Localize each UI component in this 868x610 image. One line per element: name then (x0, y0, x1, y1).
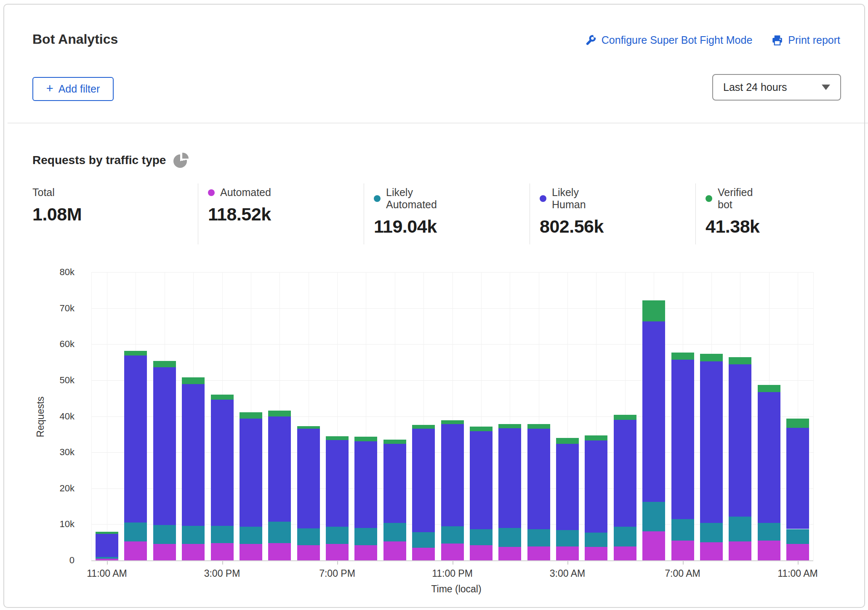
bar-segment-likely_human[interactable] (268, 416, 291, 522)
bar-segment-automated[interactable] (354, 545, 377, 560)
bar-segment-verified_bot[interactable] (383, 440, 406, 444)
bar-segment-verified_bot[interactable] (240, 412, 262, 419)
bar-segment-verified_bot[interactable] (124, 351, 147, 355)
bar-segment-likely_human[interactable] (758, 392, 780, 523)
bar-segment-likely_automated[interactable] (671, 519, 694, 541)
bar-segment-verified_bot[interactable] (297, 426, 320, 429)
bar-segment-likely_human[interactable] (297, 429, 320, 528)
bar-segment-likely_human[interactable] (441, 424, 464, 526)
bar-segment-automated[interactable] (758, 541, 780, 560)
bar-segment-likely_human[interactable] (585, 440, 607, 533)
bar-segment-verified_bot[interactable] (527, 424, 550, 428)
bar-segment-verified_bot[interactable] (585, 435, 607, 440)
bar-segment-likely_human[interactable] (96, 534, 118, 557)
bar-segment-likely_human[interactable] (556, 444, 579, 530)
bar-segment-automated[interactable] (671, 541, 694, 560)
bar-segment-verified_bot[interactable] (470, 427, 493, 431)
bar-segment-likely_automated[interactable] (153, 525, 176, 544)
bar-segment-likely_human[interactable] (786, 428, 809, 529)
bar-segment-likely_automated[interactable] (758, 523, 780, 541)
bar-segment-likely_human[interactable] (671, 360, 694, 519)
bar-segment-verified_bot[interactable] (671, 353, 694, 360)
bar-segment-verified_bot[interactable] (182, 377, 205, 384)
bar-segment-automated[interactable] (96, 559, 118, 560)
bar-segment-likely_automated[interactable] (729, 517, 751, 542)
bar-segment-likely_automated[interactable] (211, 526, 234, 543)
bar-segment-likely_automated[interactable] (470, 529, 493, 545)
bar-segment-automated[interactable] (585, 547, 607, 560)
bar-segment-automated[interactable] (153, 544, 176, 560)
bar-segment-automated[interactable] (556, 546, 579, 560)
bar-segment-verified_bot[interactable] (556, 438, 579, 444)
bar-segment-likely_automated[interactable] (614, 527, 636, 546)
bar-segment-verified_bot[interactable] (498, 424, 521, 428)
bar-segment-automated[interactable] (527, 546, 550, 560)
bar-segment-automated[interactable] (729, 541, 751, 560)
bar-segment-automated[interactable] (786, 544, 809, 560)
bar-segment-automated[interactable] (240, 544, 262, 560)
bar-segment-automated[interactable] (326, 544, 349, 560)
bar-segment-verified_bot[interactable] (211, 395, 234, 400)
bar-segment-verified_bot[interactable] (96, 532, 118, 534)
bar-segment-likely_human[interactable] (642, 321, 665, 502)
bar-segment-likely_human[interactable] (354, 441, 377, 528)
bar-segment-automated[interactable] (182, 544, 205, 560)
bar-segment-verified_bot[interactable] (729, 357, 751, 364)
bar-segment-likely_human[interactable] (614, 420, 636, 527)
bar-segment-likely_human[interactable] (412, 429, 435, 532)
bar-segment-automated[interactable] (211, 543, 234, 560)
bar-segment-likely_human[interactable] (729, 364, 751, 516)
bar-segment-likely_automated[interactable] (556, 530, 579, 546)
bar-segment-verified_bot[interactable] (326, 436, 349, 440)
bar-segment-likely_human[interactable] (211, 400, 234, 526)
bar-segment-likely_human[interactable] (383, 444, 406, 523)
bar-segment-likely_automated[interactable] (498, 528, 521, 547)
bar-segment-automated[interactable] (700, 542, 723, 560)
bar-segment-likely_human[interactable] (498, 428, 521, 528)
bar-segment-likely_human[interactable] (153, 367, 176, 525)
bar-segment-likely_automated[interactable] (96, 557, 118, 558)
bar-segment-automated[interactable] (297, 545, 320, 560)
bar-segment-automated[interactable] (441, 544, 464, 560)
bar-segment-automated[interactable] (412, 548, 435, 560)
bar-segment-likely_human[interactable] (527, 429, 550, 530)
bar-segment-verified_bot[interactable] (354, 437, 377, 441)
bar-segment-verified_bot[interactable] (153, 361, 176, 367)
bar-segment-likely_human[interactable] (700, 361, 723, 523)
bar-segment-likely_automated[interactable] (354, 528, 377, 545)
bar-segment-likely_automated[interactable] (412, 532, 435, 548)
bar-segment-likely_automated[interactable] (297, 528, 320, 545)
bar-segment-likely_human[interactable] (240, 419, 262, 527)
bar-segment-automated[interactable] (383, 541, 406, 560)
bar-segment-likely_automated[interactable] (786, 529, 809, 544)
bar-segment-verified_bot[interactable] (700, 354, 723, 361)
bar-segment-verified_bot[interactable] (614, 415, 636, 420)
bar-segment-likely_automated[interactable] (527, 529, 550, 546)
bar-segment-likely_automated[interactable] (240, 527, 262, 544)
bar-segment-verified_bot[interactable] (758, 385, 780, 392)
bar-segment-likely_automated[interactable] (383, 523, 406, 541)
bar-segment-likely_human[interactable] (124, 355, 147, 522)
bar-segment-likely_human[interactable] (470, 431, 493, 530)
bar-segment-automated[interactable] (498, 547, 521, 560)
bar-segment-likely_automated[interactable] (326, 527, 349, 544)
bar-segment-likely_automated[interactable] (182, 526, 205, 544)
bar-segment-verified_bot[interactable] (412, 425, 435, 429)
bar-segment-likely_automated[interactable] (124, 522, 147, 541)
bar-segment-verified_bot[interactable] (268, 411, 291, 417)
bar-segment-automated[interactable] (124, 541, 147, 560)
bar-segment-automated[interactable] (614, 546, 636, 560)
bar-segment-automated[interactable] (268, 543, 291, 560)
bar-segment-automated[interactable] (642, 531, 665, 560)
bar-segment-likely_human[interactable] (326, 440, 349, 527)
bar-segment-likely_human[interactable] (182, 384, 205, 526)
bar-segment-likely_automated[interactable] (268, 522, 291, 543)
bar-segment-automated[interactable] (470, 545, 493, 560)
bar-segment-likely_automated[interactable] (441, 526, 464, 544)
bar-segment-verified_bot[interactable] (786, 419, 809, 428)
bar-segment-likely_automated[interactable] (700, 523, 723, 542)
bar-segment-verified_bot[interactable] (441, 420, 464, 424)
bar-segment-verified_bot[interactable] (642, 300, 665, 322)
bar-segment-likely_automated[interactable] (642, 502, 665, 531)
bar-segment-likely_automated[interactable] (585, 533, 607, 547)
